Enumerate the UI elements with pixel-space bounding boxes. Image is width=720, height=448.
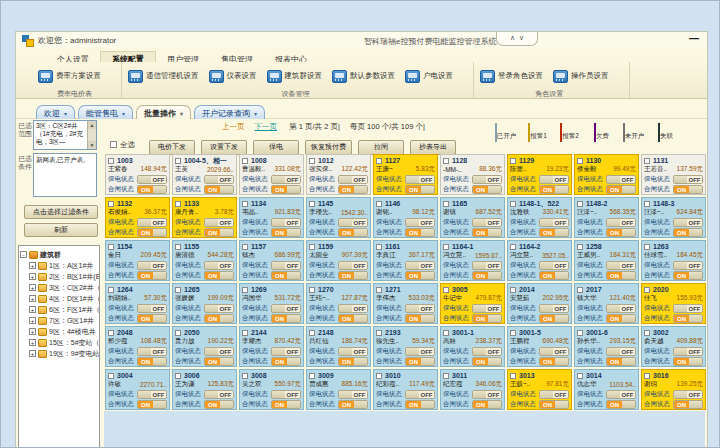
supply-toggle-off[interactable]: OFF [472, 390, 502, 399]
meter-card[interactable]: 3001-1 高娃 238.37元 保电状态 OFF 合闸状态 ON [440, 326, 505, 367]
card-checkbox[interactable] [108, 201, 114, 207]
card-checkbox[interactable] [577, 287, 583, 293]
card-checkbox[interactable] [242, 373, 248, 379]
supply-toggle-off[interactable]: OFF [539, 390, 569, 399]
ribbon-button[interactable]: 建筑群设置 [267, 70, 323, 83]
tree-expander-icon[interactable]: + [29, 339, 36, 346]
switch-toggle-on[interactable]: ON [137, 357, 167, 366]
card-checkbox[interactable] [108, 330, 114, 336]
tree-node[interactable]: + 3区：C区2#井（1#… [20, 282, 98, 293]
meter-card[interactable]: 3006 王为谦 125.83元 保电状态 OFF 合闸状态 ON [172, 369, 237, 410]
card-checkbox[interactable] [309, 158, 315, 164]
batch-action-button[interactable]: 电价下发 [149, 140, 195, 155]
collapse-up-icon[interactable]: ∧ [510, 34, 515, 41]
scroll-down-icon[interactable]: ▼ [88, 141, 96, 149]
meter-card[interactable]: 2014 安慧茹 202.95元 保电状态 OFF 合闸状态 ON [507, 283, 572, 324]
tree-expander-icon[interactable]: + [29, 350, 36, 357]
supply-toggle-off[interactable]: OFF [137, 175, 167, 184]
meter-card[interactable]: 1148-3 汪泽~.. 624.84元 保电状态 OFF 合闸状态 ON [641, 197, 706, 238]
meter-card[interactable]: 1157 钱杰 686.99元 保电状态 OFF 合闸状态 ON [239, 240, 304, 281]
supply-toggle-off[interactable]: OFF [405, 347, 435, 356]
meter-card[interactable]: 3001-5 王鹏程 690.48元 保电状态 OFF 合闸状态 ON [507, 326, 572, 367]
meter-card[interactable]: 1146 谢铭.. 98.12元 保电状态 OFF 合闸状态 ON [373, 197, 438, 238]
card-checkbox[interactable] [443, 201, 449, 207]
meter-card[interactable]: 1258 王威男.. 184.31元 保电状态 OFF 合闸状态 ON [574, 240, 639, 281]
meter-card[interactable]: 1004-5、相一 王英 2029.66.. 保电状态 OFF 合闸状态 ON [172, 154, 237, 195]
supply-toggle-off[interactable]: OFF [338, 304, 368, 313]
card-checkbox[interactable] [175, 373, 181, 379]
meter-card[interactable]: 2148 吕红仙 186.74元 保电状态 OFF 合闸状态 ON [306, 326, 371, 367]
card-checkbox[interactable] [309, 201, 315, 207]
card-checkbox[interactable] [510, 287, 516, 293]
meter-card[interactable]: 3008 吴之双 550.97元 保电状态 OFF 合闸状态 ON [239, 369, 304, 410]
switch-toggle-on[interactable]: ON [204, 314, 234, 323]
switch-toggle-on[interactable]: ON [606, 357, 636, 366]
switch-toggle-on[interactable]: ON [405, 314, 435, 323]
switch-toggle-on[interactable]: ON [405, 185, 435, 194]
meter-card[interactable]: 3002 俞天越 409.88元 保电状态 OFF 合闸状态 ON [641, 326, 706, 367]
switch-toggle-on[interactable]: ON [338, 185, 368, 194]
supply-toggle-off[interactable]: OFF [204, 175, 234, 184]
meter-card[interactable]: 1008 曹温毅.. 331.08元 保电状态 OFF 合闸状态 ON [239, 154, 304, 195]
minimize-button[interactable]: — [689, 33, 699, 44]
card-checkbox[interactable] [376, 201, 382, 207]
supply-toggle-off[interactable]: OFF [673, 390, 703, 399]
selected-condition-box[interactable]: 新网表,已开户表, [33, 153, 97, 197]
ribbon-button[interactable]: 默认参数设置 [332, 70, 395, 83]
ribbon-button[interactable]: 操作员设置 [553, 70, 609, 83]
switch-toggle-on[interactable]: ON [539, 357, 569, 366]
supply-toggle-off[interactable]: OFF [137, 390, 167, 399]
card-checkbox[interactable] [175, 244, 181, 250]
card-checkbox[interactable] [309, 330, 315, 336]
meter-card[interactable]: 1159 太圆全 907.39元 保电状态 OFF 合闸状态 ON [306, 240, 371, 281]
refresh-button[interactable]: 刷新 [24, 223, 98, 237]
supply-toggle-off[interactable]: OFF [338, 261, 368, 270]
tree-node[interactable]: + 19区：9#变电站（2… [20, 348, 98, 359]
card-checkbox[interactable] [443, 330, 449, 336]
supply-toggle-off[interactable]: OFF [472, 304, 502, 313]
card-checkbox[interactable] [376, 158, 382, 164]
supply-toggle-off[interactable]: OFF [271, 218, 301, 227]
supply-toggle-off[interactable]: OFF [539, 175, 569, 184]
supply-toggle-off[interactable]: OFF [606, 261, 636, 270]
supply-toggle-off[interactable]: OFF [204, 304, 234, 313]
meter-card[interactable]: 2048 郑少霞 108.48元 保电状态 OFF 合闸状态 ON [105, 326, 170, 367]
card-checkbox[interactable] [242, 287, 248, 293]
switch-toggle-on[interactable]: ON [204, 185, 234, 194]
meter-card[interactable]: 3005 牛记中 479.87元 保电状态 OFF 合闸状态 ON [440, 283, 505, 324]
meter-card[interactable]: 1127 王廉~ 5.83元 保电状态 OFF 合闸状态 ON [373, 154, 438, 195]
supply-toggle-off[interactable]: OFF [606, 390, 636, 399]
batch-action-button[interactable]: 恢复预付费 [305, 140, 352, 155]
card-checkbox[interactable] [644, 287, 650, 293]
card-checkbox[interactable] [242, 244, 248, 250]
switch-toggle-on[interactable]: ON [271, 314, 301, 323]
ribbon-button[interactable]: 登录角色设置 [480, 70, 543, 83]
card-checkbox[interactable] [242, 158, 248, 164]
card-checkbox[interactable] [577, 373, 583, 379]
prev-page-link[interactable]: 上一页 [222, 122, 245, 131]
card-checkbox[interactable] [376, 244, 382, 250]
card-checkbox[interactable] [644, 201, 650, 207]
card-checkbox[interactable] [175, 158, 181, 164]
switch-toggle-on[interactable]: ON [673, 314, 703, 323]
card-checkbox[interactable] [577, 244, 583, 250]
supply-toggle-off[interactable]: OFF [204, 347, 234, 356]
tree-node[interactable]: + 1区：A区1#井 [20, 260, 98, 271]
supply-toggle-off[interactable]: OFF [673, 347, 703, 356]
supply-toggle-off[interactable]: OFF [338, 175, 368, 184]
supply-toggle-off[interactable]: OFF [137, 261, 167, 270]
tree-node[interactable]: + 7区：G区1#井 [20, 315, 98, 326]
meter-card[interactable]: 3016 谢玥 139.25元 保电状态 OFF 合闸状态 ON [641, 369, 706, 410]
card-checkbox[interactable] [175, 201, 181, 207]
switch-toggle-on[interactable]: ON [606, 314, 636, 323]
switch-toggle-on[interactable]: ON [338, 400, 368, 409]
meter-card[interactable]: 1003 王紫春 148.94元 保电状态 OFF 合闸状态 ON [105, 154, 170, 195]
switch-toggle-on[interactable]: ON [405, 228, 435, 237]
switch-toggle-on[interactable]: ON [539, 314, 569, 323]
meter-card[interactable]: 1164-2 冯立慧.. 3527.05.. 保电状态 OFF 合闸状态 ON [507, 240, 572, 281]
meter-card[interactable]: 1164-1 冯立慧.. 1595.67.. 保电状态 OFF 合闸状态 ON [440, 240, 505, 281]
card-checkbox[interactable] [443, 244, 449, 250]
switch-toggle-on[interactable]: ON [405, 357, 435, 366]
ribbon-button[interactable]: 通信管理机设置 [128, 70, 199, 83]
tree-expander-icon[interactable]: + [29, 295, 36, 302]
